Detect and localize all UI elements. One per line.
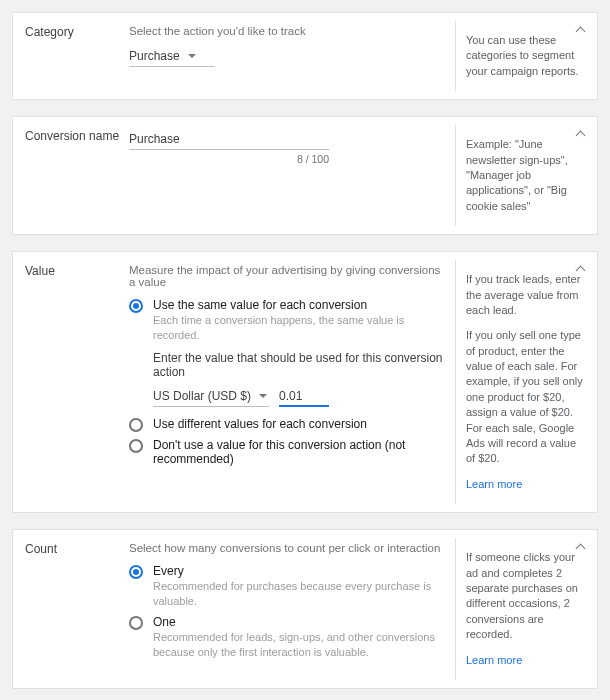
value-learn-more-link[interactable]: Learn more <box>466 478 522 490</box>
chevron-up-icon <box>575 544 585 554</box>
count-collapse[interactable] <box>571 538 589 556</box>
count-learn-more-link[interactable]: Learn more <box>466 654 522 666</box>
currency-dropdown[interactable]: US Dollar (USD $) <box>153 387 269 407</box>
value-same-label: Use the same value for each conversion <box>153 298 443 312</box>
count-one-desc: Recommended for leads, sign-ups, and oth… <box>153 630 443 660</box>
caret-down-icon <box>188 54 196 58</box>
currency-value: US Dollar (USD $) <box>153 389 251 403</box>
category-section: Category Select the action you'd like to… <box>12 12 598 100</box>
count-every-desc: Recommended for purchases because every … <box>153 579 443 609</box>
chevron-up-icon <box>575 131 585 141</box>
value-radio-same[interactable]: Use the same value for each conversion E… <box>129 298 443 343</box>
name-label: Conversion name <box>13 117 129 155</box>
value-label: Value <box>13 252 129 290</box>
count-radio-one[interactable]: One Recommended for leads, sign-ups, and… <box>129 615 443 660</box>
value-amount-prompt: Enter the value that should be used for … <box>153 351 443 379</box>
radio-icon <box>129 439 143 453</box>
value-amount-input[interactable] <box>279 387 329 407</box>
count-one-label: One <box>153 615 443 629</box>
count-label: Count <box>13 530 129 568</box>
name-section: Conversion name 8 / 100 Example: "June n… <box>12 116 598 235</box>
radio-icon <box>129 616 143 630</box>
value-help-p1: If you track leads, enter the average va… <box>466 272 585 318</box>
count-hint: Select how many conversions to count per… <box>129 542 443 554</box>
chevron-up-icon <box>575 27 585 37</box>
category-label: Category <box>13 13 129 51</box>
value-radio-none[interactable]: Don't use a value for this conversion ac… <box>129 438 443 466</box>
value-collapse[interactable] <box>571 260 589 278</box>
name-char-count: 8 / 100 <box>129 153 329 165</box>
value-none-label: Don't use a value for this conversion ac… <box>153 438 443 466</box>
value-same-desc: Each time a conversion happens, the same… <box>153 313 443 343</box>
category-hint: Select the action you'd like to track <box>129 25 443 37</box>
count-every-label: Every <box>153 564 443 578</box>
value-hint: Measure the impact of your advertising b… <box>129 264 443 288</box>
category-dropdown-value: Purchase <box>129 49 180 63</box>
radio-icon <box>129 565 143 579</box>
value-radio-diff[interactable]: Use different values for each conversion <box>129 417 443 432</box>
radio-icon <box>129 299 143 313</box>
caret-down-icon <box>259 394 267 398</box>
value-diff-label: Use different values for each conversion <box>153 417 443 431</box>
count-help-p1: If someone clicks your ad and completes … <box>466 550 585 642</box>
value-help-p2: If you only sell one type of product, en… <box>466 328 585 467</box>
radio-icon <box>129 418 143 432</box>
count-section: Count Select how many conversions to cou… <box>12 529 598 689</box>
name-collapse[interactable] <box>571 125 589 143</box>
count-radio-every[interactable]: Every Recommended for purchases because … <box>129 564 443 609</box>
conversion-name-input[interactable] <box>129 129 329 150</box>
category-collapse[interactable] <box>571 21 589 39</box>
chevron-up-icon <box>575 266 585 276</box>
value-section: Value Measure the impact of your adverti… <box>12 251 598 513</box>
category-dropdown[interactable]: Purchase <box>129 47 215 67</box>
